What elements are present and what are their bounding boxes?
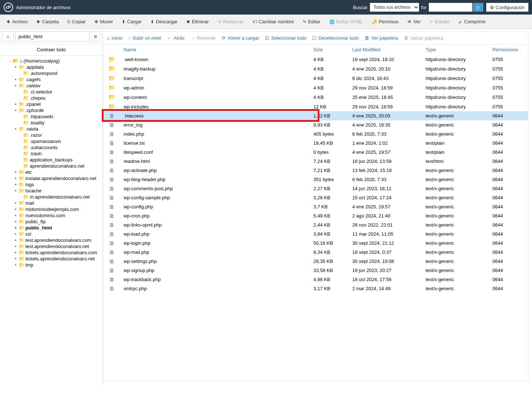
file-button[interactable]: ✚Archivo — [3, 17, 31, 27]
tree-item[interactable]: +📁.appdata — [1, 64, 101, 70]
trash-button[interactable]: 🗑Ver papelera — [364, 34, 399, 42]
table-row[interactable]: 📁 imagify-backup 4 KB 4 ene 2025, 20:10 … — [103, 64, 528, 73]
tree-item[interactable]: 📁aprendiendoconalvaro.net — [1, 163, 101, 169]
tree-item[interactable]: 📁.koality — [1, 120, 101, 126]
back-button[interactable]: ←Atrás — [166, 34, 185, 42]
tree-item[interactable]: +📁instalar.aprendiendoconalvaro.net — [1, 175, 101, 181]
home-button[interactable]: ⌂Inicio — [106, 34, 123, 42]
expand-icon[interactable]: + — [14, 84, 17, 88]
download-button[interactable]: ⬇Descargar — [147, 17, 181, 27]
table-row[interactable]: 🗎 readme.html 7,24 KB 18 jun 2024, 13:59… — [103, 157, 528, 166]
expand-icon[interactable]: + — [14, 232, 17, 236]
tree-item[interactable]: +📁.cagefs — [1, 76, 101, 83]
tree-item[interactable]: +📁test.aprendiendoconalvaro.com — [1, 237, 101, 243]
view-button[interactable]: 👁Ver — [404, 17, 424, 27]
expand-icon[interactable]: + — [14, 244, 17, 248]
expand-icon[interactable]: + — [14, 176, 17, 180]
compress-button[interactable]: ↙Comprimir — [455, 17, 489, 27]
tree-item[interactable]: 📁.subaccounts — [1, 144, 101, 151]
table-row[interactable]: 🗎 .htaccess 1,32 KB 4 ene 2025, 20:05 te… — [103, 111, 528, 120]
expand-icon[interactable]: + — [14, 65, 17, 69]
copy-button[interactable]: ⎘Copiar — [64, 17, 89, 27]
expand-icon[interactable]: + — [14, 170, 17, 174]
table-row[interactable]: 📁 wp-includes 12 KB 29 nov 2024, 18:59 h… — [103, 102, 528, 111]
expand-icon[interactable]: + — [14, 207, 17, 211]
table-row[interactable]: 🗎 license.txt 19,45 KB 1 ene 2024, 1:02 … — [103, 139, 528, 148]
folder-button[interactable]: ✚Carpeta — [33, 17, 62, 27]
table-row[interactable]: 🗎 wp-links-opml.php 2,44 KB 26 nov 2022,… — [103, 220, 528, 229]
tree-item[interactable]: +📁etc — [1, 169, 101, 175]
expand-icon[interactable]: + — [14, 238, 17, 242]
table-row[interactable]: 🗎 wp-comments-post.php 2,27 KB 14 jun 20… — [103, 184, 528, 193]
rename-button[interactable]: 🏷Cambiar nombre — [249, 17, 298, 27]
tree-item[interactable]: +📁tickets.aprendiendoconalvaro.com — [1, 249, 101, 256]
expand-icon[interactable]: + — [14, 257, 17, 261]
search-go-button[interactable]: Ir — [473, 3, 483, 12]
expand-icon[interactable]: + — [14, 183, 17, 187]
col-icon[interactable] — [103, 45, 120, 55]
col-name[interactable]: Name — [120, 45, 310, 55]
table-row[interactable]: 📁 wp-admin 4 KB 29 nov 2024, 18:59 httpd… — [103, 83, 528, 92]
tree-item[interactable]: +📁public_ftp — [1, 219, 101, 225]
delete-button[interactable]: ✖Eliminar — [183, 17, 213, 27]
selall-button[interactable]: ☑Seleccionar todo — [264, 34, 307, 42]
table-row[interactable]: 🗎 wp-trackback.php 4,98 KB 18 oct 2024, … — [103, 275, 528, 284]
table-row[interactable]: 🗎 wp-login.php 50,16 KB 30 sept 2024, 21… — [103, 239, 528, 248]
tree-item[interactable]: 📁.htpasswds — [1, 113, 101, 120]
home-button[interactable]: ⌂ — [2, 31, 14, 41]
table-row[interactable]: 🗎 wp-blog-header.php 351 bytes 6 feb 202… — [103, 175, 528, 184]
expand-icon[interactable]: + — [14, 251, 17, 255]
table-row[interactable]: 🗎 wp-config-sample.php 3,26 KB 15 oct 20… — [103, 193, 528, 202]
table-row[interactable]: 📁 .well-known 4 KB 19 sept 2024, 19:10 h… — [103, 55, 528, 64]
expand-icon[interactable]: + — [14, 108, 17, 112]
tree-item[interactable]: +📁nuevodominio.com — [1, 212, 101, 219]
reload-button[interactable]: ⟳Volver a cargar — [221, 34, 260, 42]
collapse-all-button[interactable]: Contraer todo — [0, 44, 102, 56]
table-row[interactable]: 🗎 index.php 405 bytes 6 feb 2020, 7:33 t… — [103, 129, 528, 139]
expand-icon[interactable]: + — [14, 77, 17, 81]
col-type[interactable]: Type — [422, 45, 489, 55]
tree-item[interactable]: 📁.razor — [1, 132, 101, 138]
search-input[interactable] — [429, 3, 472, 12]
tree-item[interactable]: 📁.clwpos — [1, 95, 101, 101]
tree-item[interactable]: -📂 ⌂(/home/cucalyog) — [1, 58, 101, 64]
edit-button[interactable]: ✎Editar — [299, 17, 324, 27]
tree-item[interactable]: +📁.caldav — [1, 83, 101, 89]
tree-item[interactable]: +📁.raiola — [1, 126, 101, 132]
expand-icon[interactable]: + — [14, 213, 17, 217]
tree-item[interactable]: +📁lscache — [1, 188, 101, 194]
desel-button[interactable]: ☐Deseleccionar todo — [311, 34, 359, 42]
tree-item[interactable]: 📁.cl.selector — [1, 89, 101, 95]
tree-item[interactable]: +📁midominiodeejemplo.com — [1, 206, 101, 212]
settings-button[interactable]: ⚙ Configuración — [486, 3, 528, 12]
expand-icon[interactable]: + — [14, 220, 17, 224]
upload-button[interactable]: ⬆Cargar — [118, 17, 145, 27]
tree-item[interactable]: +📁logs — [1, 181, 101, 188]
table-row[interactable]: 🗎 wp-cron.php 5,49 KB 2 ago 2024, 21:40 … — [103, 211, 528, 220]
col-size[interactable]: Size — [310, 45, 349, 55]
path-go-button[interactable]: Ir — [91, 31, 100, 41]
col-permissions[interactable]: Permissions — [489, 45, 528, 55]
tree-item[interactable]: +📁.cpanel — [1, 101, 101, 107]
expand-icon[interactable]: + — [14, 189, 17, 193]
tree-item[interactable]: +📁ssl — [1, 231, 101, 237]
expand-icon[interactable]: + — [14, 226, 17, 230]
tree-item[interactable]: +📁tmp — [1, 262, 101, 268]
expand-icon[interactable]: + — [14, 127, 17, 131]
move-button[interactable]: ✥Mover — [91, 17, 117, 27]
table-row[interactable]: 🗎 litespeed.conf 0 bytes 4 ene 2025, 19:… — [103, 148, 528, 157]
col-modified[interactable]: Last Modified — [348, 45, 422, 55]
tree-item[interactable]: +📁mail — [1, 200, 101, 206]
expand-icon[interactable]: - — [8, 59, 12, 63]
table-row[interactable]: 📁 transcript 4 KB 6 dic 2024, 16:43 http… — [103, 73, 528, 83]
table-row[interactable]: 🗎 error_log 8,93 KB 4 ene 2025, 19:35 te… — [103, 120, 528, 129]
tree-item[interactable]: +📁public_html — [1, 225, 101, 231]
up-button[interactable]: ↑Subir un nivel — [128, 34, 162, 42]
table-row[interactable]: 🗎 wp-activate.php 7,21 KB 13 feb 2024, 1… — [103, 166, 528, 175]
tree-item[interactable]: 📁application_backups — [1, 157, 101, 163]
table-row[interactable]: 🗎 wp-mail.php 8,34 KB 19 sept 2024, 0:37… — [103, 248, 528, 257]
tree-item[interactable]: +📁test.aprendiendoconalvaro.net — [1, 243, 101, 249]
tree-item[interactable]: 📁m.aprendiendoconalvaro.net — [1, 194, 101, 200]
table-row[interactable]: 🗎 wp-load.php 3,84 KB 11 mar 2024, 11:05… — [103, 229, 528, 239]
table-row[interactable]: 🗎 wp-settings.php 28,35 KB 30 sept 2024,… — [103, 257, 528, 266]
